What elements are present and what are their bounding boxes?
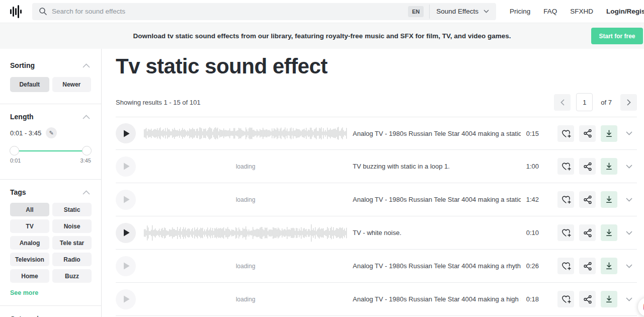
favorite-button[interactable] xyxy=(557,158,574,175)
download-button[interactable] xyxy=(601,258,617,274)
tag-static-button[interactable]: Static xyxy=(52,203,92,216)
share-button[interactable] xyxy=(579,291,596,307)
sound-row: loading Analog TV - 1980s Russian Tele S… xyxy=(116,283,637,316)
chevron-down-icon xyxy=(626,131,632,135)
favorite-button[interactable] xyxy=(557,125,574,142)
download-button[interactable] xyxy=(601,291,617,307)
tag-tele-star-button[interactable]: Tele star xyxy=(52,236,92,250)
share-icon xyxy=(583,162,592,171)
play-button[interactable] xyxy=(116,123,136,143)
start-for-free-button[interactable]: Start for free xyxy=(591,28,643,44)
expand-row-button[interactable] xyxy=(621,165,637,169)
nav-pricing[interactable]: Pricing xyxy=(510,8,530,15)
sound-row: loading TV buzzing with static in a loop… xyxy=(116,150,637,183)
sound-title[interactable]: TV buzzing with static in a loop 1. xyxy=(353,163,521,170)
edit-length-button[interactable]: ✎ xyxy=(46,127,57,138)
language-badge[interactable]: EN xyxy=(408,6,424,17)
share-button[interactable] xyxy=(579,125,596,142)
slider-handle-min[interactable] xyxy=(10,146,19,155)
nav-sfxhd[interactable]: SFXHD xyxy=(570,8,593,15)
tag-tv-button[interactable]: TV xyxy=(10,219,49,233)
share-icon xyxy=(583,228,592,237)
expand-row-button[interactable] xyxy=(621,231,637,235)
sort-newer-button[interactable]: Newer xyxy=(52,77,92,92)
download-button[interactable] xyxy=(601,224,617,241)
sound-row: loading Analog TV - 1980s Russian Tele S… xyxy=(116,183,637,216)
sorting-collapse-button[interactable] xyxy=(82,62,91,69)
sound-duration: 0:18 xyxy=(521,295,539,303)
chevron-down-icon xyxy=(626,231,632,235)
play-button[interactable] xyxy=(116,256,136,276)
play-button[interactable] xyxy=(116,190,136,210)
tag-all-button[interactable]: All xyxy=(10,203,49,216)
tags-collapse-button[interactable] xyxy=(82,189,91,196)
heart-plus-icon xyxy=(561,129,571,138)
slider-handle-max[interactable] xyxy=(82,146,92,155)
share-button[interactable] xyxy=(579,258,596,274)
tag-buzz-button[interactable]: Buzz xyxy=(52,269,92,283)
waveform[interactable] xyxy=(144,223,347,243)
length-collapse-button[interactable] xyxy=(82,114,91,120)
tag-radio-button[interactable]: Radio xyxy=(52,253,92,266)
nav-login-register[interactable]: Login/Register xyxy=(606,8,644,15)
slider-track xyxy=(14,150,87,151)
download-button[interactable] xyxy=(601,191,617,208)
download-icon xyxy=(605,295,613,303)
chevron-left-icon xyxy=(560,99,565,106)
sound-title[interactable]: Analog TV - 1980s Russian Tele Star 4004… xyxy=(353,130,521,137)
share-button[interactable] xyxy=(579,224,596,241)
sound-title[interactable]: TV - white noise. xyxy=(353,229,521,236)
play-button[interactable] xyxy=(116,289,136,309)
loading-label: loading xyxy=(236,263,256,270)
sound-duration: 1:00 xyxy=(521,163,539,170)
waveform-area[interactable]: loading xyxy=(144,256,347,276)
waveform[interactable] xyxy=(144,123,347,143)
favorite-button[interactable] xyxy=(557,258,574,274)
nav-faq[interactable]: FAQ xyxy=(543,8,557,15)
results-count-text: Showing results 1 - 15 of 101 xyxy=(116,99,200,106)
tag-television-button[interactable]: Television xyxy=(10,253,49,266)
loading-label: loading xyxy=(236,296,256,303)
sidebar-divider xyxy=(0,104,101,104)
waveform-area[interactable]: loading xyxy=(144,190,347,210)
play-button[interactable] xyxy=(116,223,136,243)
share-button[interactable] xyxy=(579,158,596,175)
chevron-down-icon xyxy=(626,264,632,268)
expand-row-button[interactable] xyxy=(621,297,637,301)
sound-title[interactable]: Analog TV - 1980s Russian Tele Star 4004… xyxy=(353,262,521,270)
waveform-area[interactable] xyxy=(144,123,347,143)
share-button[interactable] xyxy=(579,191,596,208)
sound-effects-dropdown[interactable]: Sound Effects xyxy=(436,8,491,15)
sound-list: Analog TV - 1980s Russian Tele Star 4004… xyxy=(116,117,637,316)
sort-default-button[interactable]: Default xyxy=(10,77,49,92)
sound-title[interactable]: Analog TV - 1980s Russian Tele Star 4004… xyxy=(353,196,521,203)
tag-home-button[interactable]: Home xyxy=(10,269,49,283)
favorite-button[interactable] xyxy=(557,191,574,208)
sidebar-divider xyxy=(0,179,101,180)
pagination: of 7 xyxy=(554,93,637,111)
search-input[interactable] xyxy=(52,8,408,15)
site-logo-icon[interactable] xyxy=(10,4,24,19)
expand-row-button[interactable] xyxy=(621,264,637,268)
sound-title[interactable]: Analog TV - 1980s Russian Tele Star 4004… xyxy=(353,295,521,303)
expand-row-button[interactable] xyxy=(621,198,637,202)
waveform-area[interactable]: loading xyxy=(144,156,347,177)
tag-noise-button[interactable]: Noise xyxy=(52,219,92,233)
page-number-input[interactable] xyxy=(576,93,593,111)
sidebar-divider xyxy=(0,305,101,306)
favorite-button[interactable] xyxy=(557,291,574,307)
play-button[interactable] xyxy=(116,156,136,177)
waveform-area[interactable] xyxy=(144,223,347,243)
share-icon xyxy=(583,262,592,271)
download-button[interactable] xyxy=(601,125,617,142)
download-button[interactable] xyxy=(601,158,617,175)
tag-analog-button[interactable]: Analog xyxy=(10,236,49,250)
favorite-button[interactable] xyxy=(557,224,574,241)
waveform-area[interactable]: loading xyxy=(144,289,347,309)
loading-label: loading xyxy=(236,163,256,170)
prev-page-button[interactable] xyxy=(554,94,571,111)
next-page-button[interactable] xyxy=(620,94,637,111)
see-more-tags-link[interactable]: See more xyxy=(10,289,38,296)
heart-plus-icon xyxy=(561,261,571,271)
expand-row-button[interactable] xyxy=(621,131,637,135)
